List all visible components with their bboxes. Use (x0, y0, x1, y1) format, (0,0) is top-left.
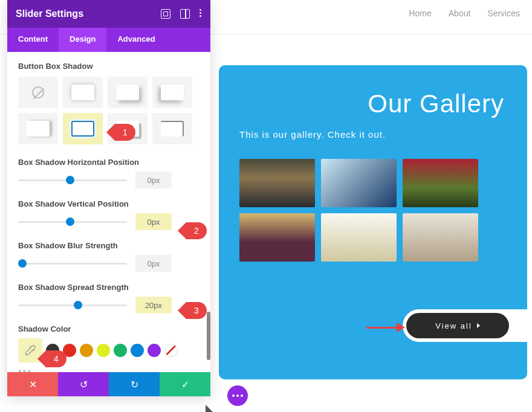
v-pos-group: Box Shadow Vertical Position 0px (18, 199, 199, 230)
gallery-grid (239, 159, 507, 262)
redo-button[interactable]: ↻ (109, 372, 160, 396)
blur-group: Box Shadow Blur Strength 0px (18, 241, 199, 272)
shadow-preset-none[interactable] (18, 77, 58, 108)
fab-button[interactable] (227, 385, 248, 406)
annotation-marker-4: 4 (46, 350, 66, 367)
action-bar: ✕ ↺ ↻ ✓ (7, 372, 210, 396)
color-swatch-orange[interactable] (80, 344, 93, 357)
cancel-button[interactable]: ✕ (7, 372, 58, 396)
shadow-preset[interactable] (152, 113, 192, 144)
panel-header[interactable]: Slider Settings (7, 0, 210, 28)
gallery-thumb[interactable] (321, 159, 397, 207)
panel-title: Slider Settings (16, 8, 83, 19)
top-nav: Home About Services (397, 0, 532, 27)
undo-button[interactable]: ↺ (58, 372, 109, 396)
spread-value[interactable]: 20px (135, 297, 172, 314)
settings-panel: Slider Settings Content Design Advanced … (7, 0, 210, 396)
color-swatch-blue[interactable] (131, 344, 144, 357)
blur-label: Box Shadow Blur Strength (18, 241, 199, 250)
more-icon[interactable] (199, 9, 202, 19)
h-pos-value[interactable]: 0px (135, 172, 172, 188)
none-icon (32, 86, 44, 98)
chevron-right-icon (477, 323, 480, 328)
tab-advanced[interactable]: Advanced (106, 28, 166, 52)
columns-icon[interactable] (180, 9, 190, 19)
color-swatch-none[interactable] (164, 344, 178, 357)
spread-label: Box Shadow Spread Strength (18, 283, 199, 292)
view-all-wrap: View all (403, 309, 527, 342)
gallery-thumb[interactable] (239, 213, 315, 262)
panel-body: Button Box Shadow Box Shadow Horizontal … (7, 52, 210, 372)
expand-icon[interactable] (161, 9, 170, 19)
view-all-label: View all (435, 321, 472, 330)
shadow-preset-selected[interactable] (63, 113, 103, 144)
color-swatch-purple[interactable] (148, 344, 161, 357)
annotation-marker-2: 2 (186, 222, 207, 239)
h-pos-group: Box Shadow Horizontal Position 0px (18, 158, 199, 188)
spread-group: Box Shadow Spread Strength 20px (18, 283, 199, 314)
shadow-preset[interactable] (18, 113, 58, 144)
blur-slider[interactable] (18, 257, 127, 269)
gallery-section: Our Gallery This is our gallery. Check i… (219, 65, 527, 379)
gallery-thumb[interactable] (321, 213, 397, 262)
nav-services[interactable]: Services (487, 8, 520, 18)
panel-tabs: Content Design Advanced (7, 28, 210, 52)
annotation-marker-1: 1 (115, 124, 135, 141)
shadow-color-label: Shadow Color (18, 324, 199, 333)
v-pos-label: Box Shadow Vertical Position (18, 199, 199, 208)
h-pos-label: Box Shadow Horizontal Position (18, 158, 199, 167)
eyedropper-icon (24, 344, 37, 357)
gallery-subtitle: This is our gallery. Check it out. (239, 129, 507, 140)
color-swatch-green[interactable] (114, 344, 127, 357)
shadow-preset[interactable] (63, 77, 103, 108)
scrollbar-thumb[interactable] (207, 312, 210, 360)
shadow-preset[interactable] (108, 77, 148, 108)
spread-slider[interactable] (18, 299, 127, 311)
nav-home[interactable]: Home (409, 8, 431, 18)
v-pos-value[interactable]: 0px (135, 213, 172, 230)
tab-design[interactable]: Design (59, 28, 106, 52)
v-pos-slider[interactable] (18, 216, 127, 228)
gallery-heading: Our Gallery (239, 89, 504, 118)
h-pos-slider[interactable] (18, 174, 127, 186)
tab-content[interactable]: Content (7, 28, 59, 52)
blur-value[interactable]: 0px (135, 255, 172, 272)
resize-handle-icon[interactable] (206, 405, 213, 412)
view-all-button[interactable]: View all (406, 313, 509, 338)
save-button[interactable]: ✓ (160, 372, 210, 396)
shadow-preset[interactable] (152, 77, 192, 108)
section-label-box-shadow: Button Box Shadow (18, 62, 199, 71)
color-swatch-yellow[interactable] (97, 344, 110, 357)
annotation-arrow (366, 324, 405, 331)
nav-about[interactable]: About (449, 8, 471, 18)
gallery-thumb[interactable] (239, 159, 315, 207)
gallery-thumb[interactable] (403, 213, 478, 262)
annotation-marker-3: 3 (186, 302, 207, 319)
gallery-thumb[interactable] (403, 159, 478, 207)
